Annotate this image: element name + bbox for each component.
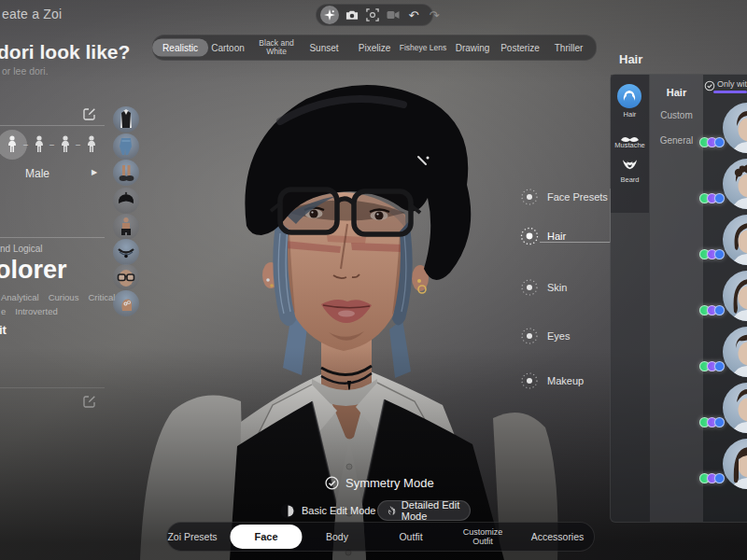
trait-tag: Critical (88, 292, 115, 302)
edit-profile-icon[interactable] (82, 106, 97, 121)
age-stage-icon-3[interactable] (59, 135, 72, 157)
filter-tab-posterize[interactable]: Posterize (500, 43, 540, 53)
rail-beard-icon[interactable] (622, 159, 638, 176)
edit-button-fragment[interactable]: it (0, 323, 7, 337)
divider (0, 387, 105, 388)
render-filter-bar: Realistic Cartoon Black and White Sunset… (152, 35, 597, 61)
age-dash: – (76, 140, 80, 149)
tab-zoi-presets[interactable]: Zoi Presets (167, 531, 217, 542)
hair-color-swatches[interactable] (702, 193, 725, 203)
category-eyes[interactable]: Eyes (519, 326, 570, 346)
symmetry-mode-toggle[interactable]: Symmetry Mode (325, 476, 434, 490)
hair-color-swatches[interactable] (702, 417, 725, 427)
age-dash: – (49, 140, 54, 149)
age-stage-icon-4[interactable] (85, 135, 98, 157)
equipped-rings-thumb[interactable] (113, 290, 139, 316)
filter-tab-drawing[interactable]: Drawing (456, 43, 490, 53)
submenu-header: Hair (650, 87, 703, 98)
only-with-label: Only with (717, 79, 747, 89)
selected-accent-bar (713, 91, 747, 93)
submenu-item-custom[interactable]: Custom (650, 110, 703, 120)
radial-icon (519, 187, 540, 207)
radial-icon (519, 326, 540, 346)
equipped-beret-thumb[interactable] (113, 188, 139, 214)
rail-hair-icon[interactable] (617, 84, 641, 108)
creator-subtitle: or lee dori. (2, 65, 49, 77)
tab-body[interactable]: Body (326, 531, 348, 542)
category-label: Skin (547, 282, 567, 293)
trait-tag: e (1, 306, 6, 316)
radial-icon (519, 371, 540, 391)
filter-tab-realistic[interactable]: Realistic (152, 39, 208, 57)
filter-tab-sunset[interactable]: Sunset (309, 43, 338, 53)
age-stage-icon-1[interactable] (6, 135, 19, 157)
divider (0, 125, 105, 126)
trait-tags-row2: e Introverted (1, 306, 58, 316)
edit-notes-icon[interactable] (82, 394, 97, 409)
radial-icon (519, 277, 540, 298)
filter-tab-thriller[interactable]: Thriller (555, 43, 584, 53)
tab-accessories[interactable]: Accessories (531, 531, 585, 542)
hair-color-swatches[interactable] (702, 249, 725, 259)
character-creator-screen: eate a Zoi dori look like? or lee dori. … (0, 0, 747, 560)
equipped-choker-thumb[interactable] (113, 239, 139, 265)
page-title: eate a Zoi (2, 7, 62, 21)
detailed-edit-mode-button[interactable]: Detailed Edit Mode (377, 500, 471, 521)
view-toolbar: ↶ ↷ (316, 4, 433, 26)
gender-next-arrow[interactable]: ▶ (92, 168, 97, 176)
category-skin[interactable]: Skin (519, 277, 567, 298)
hair-color-swatches[interactable] (702, 305, 725, 315)
main-tab-bar: Zoi Presets Face Body Outfit Customize O… (166, 522, 595, 552)
rail-mustache-label: Mustache (611, 141, 649, 149)
category-label: Hair (547, 231, 566, 242)
hand-mode-icon (388, 504, 396, 517)
face-scan-icon[interactable] (365, 7, 380, 22)
video-icon[interactable] (386, 7, 401, 22)
trait-tag: Introverted (15, 306, 57, 316)
hair-color-swatches[interactable] (702, 361, 725, 371)
redo-icon[interactable]: ↷ (427, 7, 442, 22)
tab-face[interactable]: Face (230, 525, 302, 549)
age-dash: – (23, 140, 28, 149)
category-face-presets[interactable]: Face Presets (519, 187, 608, 207)
detailed-edit-mode-label: Detailed Edit Mode (402, 499, 460, 522)
rail-hair-label: Hair (611, 110, 649, 119)
hair-color-swatches[interactable] (702, 137, 725, 147)
trait-tag: Analytical (1, 292, 39, 302)
submenu-item-general[interactable]: General (650, 135, 703, 146)
undo-icon[interactable]: ↶ (406, 7, 421, 22)
hair-connector-line (540, 242, 610, 243)
basic-edit-mode-label: Basic Edit Mode (302, 505, 375, 516)
hair-panel-title: Hair (619, 52, 642, 66)
face-mode-icon (280, 503, 296, 519)
equipped-bottoms-thumb[interactable] (113, 214, 139, 240)
sparkles-icon[interactable] (320, 6, 339, 24)
category-label: Face Presets (547, 191, 608, 203)
trait-line: nd Logical (0, 244, 43, 254)
category-label: Eyes (547, 330, 570, 342)
equipped-vest-thumb[interactable] (113, 106, 139, 133)
category-label: Makeup (547, 375, 584, 386)
personality-headline: olorer (0, 256, 67, 285)
equipped-shoes-thumb[interactable] (113, 160, 139, 186)
filter-tab-cartoon[interactable]: Cartoon (211, 43, 245, 53)
filter-tab-black-white[interactable]: Black and White (249, 39, 303, 57)
check-circle-icon (325, 476, 339, 490)
filter-tab-fisheye-lens[interactable]: Fisheye Lens (400, 43, 447, 52)
rail-beard-label: Beard (611, 175, 649, 184)
radial-icon-selected (519, 226, 540, 246)
divider (0, 237, 105, 238)
hair-color-swatches[interactable] (702, 473, 725, 483)
camera-icon[interactable] (345, 7, 359, 22)
creator-question: dori look like? (0, 41, 130, 63)
category-hair[interactable]: Hair (519, 226, 566, 246)
category-makeup[interactable]: Makeup (519, 371, 584, 391)
equipped-jeans-thumb[interactable] (113, 133, 139, 160)
age-stage-icon-2[interactable] (33, 135, 46, 157)
equipped-glasses-thumb[interactable] (113, 264, 139, 290)
symmetry-mode-label: Symmetry Mode (345, 476, 434, 490)
basic-edit-mode-button[interactable]: Basic Edit Mode (280, 500, 375, 521)
tab-outfit[interactable]: Outfit (399, 531, 422, 542)
tab-customize-outfit[interactable]: Customize Outfit (454, 527, 512, 547)
filter-tab-pixelize[interactable]: Pixelize (359, 43, 390, 53)
